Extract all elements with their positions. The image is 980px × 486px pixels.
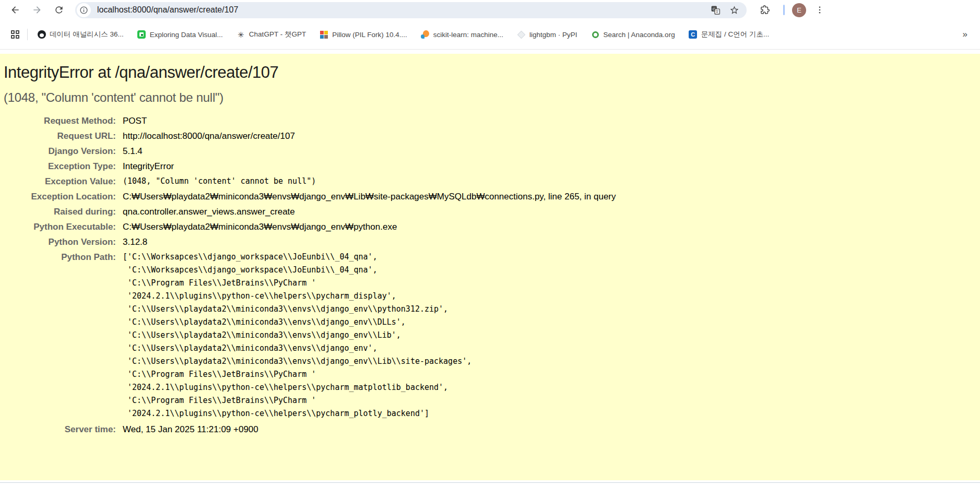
profile-avatar[interactable]: E (792, 3, 806, 17)
meta-label: Raised during: (4, 204, 123, 219)
bookmark-item[interactable]: scikit-learn: machine... (417, 28, 507, 42)
browser-toolbar: localhost:8000/qna/answer/create/107 G 文… (0, 0, 980, 20)
meta-label: Exception Location: (4, 189, 123, 204)
meta-value: http://localhost:8000/qna/answer/create/… (123, 128, 616, 144)
table-row: Request Method: POST (4, 113, 616, 128)
table-row: Python Version: 3.12.8 (4, 234, 616, 250)
meta-label: Python Version: (4, 234, 123, 250)
meta-label: Django Version: (4, 144, 123, 159)
exception-value-headline: (1048, "Column 'content' cannot be null"… (4, 90, 975, 105)
translate-button[interactable]: G 文 (708, 3, 723, 17)
chevron-right-icon: » (963, 29, 967, 39)
profile-separator (783, 5, 785, 15)
bookmark-item[interactable]: Search | Anaconda.org (587, 28, 679, 42)
meta-value: ['C:\\Worksapces\\django_workspace\\JoEu… (123, 250, 616, 422)
meta-value: IntegrityError (123, 159, 616, 174)
bookmark-item[interactable]: ✳ ChatGPT - 챗GPT (232, 27, 310, 42)
table-row: Exception Type: IntegrityError (4, 159, 616, 174)
meta-value: qna.controller.answer_views.answer_creat… (123, 204, 616, 219)
table-row: Python Path: ['C:\\Worksapces\\django_wo… (4, 250, 616, 422)
reload-button[interactable] (51, 2, 67, 18)
table-row: Raised during: qna.controller.answer_vie… (4, 204, 616, 219)
bookmark-this-page-button[interactable] (727, 3, 741, 17)
meta-label: Server time: (4, 422, 123, 437)
lightgbm-icon (517, 30, 526, 39)
meta-label: Exception Value: (4, 174, 123, 189)
meta-value: C:₩Users₩playdata2₩miniconda3₩envs₩djang… (123, 219, 616, 234)
bookmark-item[interactable]: Exploring Data Visual... (133, 28, 227, 42)
meta-label: Exception Type: (4, 159, 123, 174)
site-info-button[interactable] (77, 3, 91, 17)
pillow-icon (320, 30, 328, 39)
bookmarks-bar: 데이터 애널리시스 36... Exploring Data Visual...… (0, 20, 980, 50)
menu-kebab-icon (815, 5, 824, 15)
apps-grid-button[interactable] (7, 27, 23, 42)
meta-label: Python Path: (4, 250, 123, 422)
bookmark-item[interactable]: C 문제집 / C언어 기초... (684, 27, 774, 42)
meta-label: Request URL: (4, 128, 123, 144)
back-icon (10, 5, 20, 15)
table-row: Request URL: http://localhost:8000/qna/a… (4, 128, 616, 144)
bookmark-item[interactable]: Pillow (PIL Fork) 10.4.... (315, 28, 411, 42)
translate-icon: G 文 (711, 5, 721, 15)
chatgpt-icon: ✳ (237, 30, 245, 39)
meta-value: 3.12.8 (123, 234, 616, 250)
error-summary: IntegrityError at /qna/answer/create/107… (0, 54, 980, 480)
extensions-button[interactable] (757, 2, 773, 18)
svg-text:文: 文 (715, 9, 719, 14)
bookmark-star-icon (729, 5, 739, 15)
toolbar-right-cluster: E (754, 2, 827, 18)
table-row: Python Executable: C:₩Users₩playdata2₩mi… (4, 219, 616, 234)
data-visual-icon (137, 30, 146, 39)
page-top-gap (0, 50, 980, 54)
extensions-icon (760, 5, 770, 15)
forward-icon (32, 5, 42, 15)
page-content: IntegrityError at /qna/answer/create/107… (0, 50, 980, 486)
section-divider (0, 482, 980, 483)
apps-grid-icon (11, 30, 19, 39)
bookmark-item[interactable]: 데이터 애널리시스 36... (33, 27, 128, 42)
page-title: IntegrityError at /qna/answer/create/107 (4, 63, 975, 82)
address-bar[interactable]: localhost:8000/qna/answer/create/107 G 文 (75, 2, 747, 18)
meta-value: C:₩Users₩playdata2₩miniconda3₩envs₩djang… (123, 189, 616, 204)
back-button[interactable] (7, 2, 23, 18)
request-meta-table: Request Method: POST Request URL: http:/… (4, 113, 616, 437)
table-row: Django Version: 5.1.4 (4, 144, 616, 159)
bookmark-item[interactable]: lightgbm · PyPI (513, 28, 582, 42)
anaconda-icon (591, 30, 600, 39)
forward-button[interactable] (29, 2, 45, 18)
meta-label: Python Executable: (4, 219, 123, 234)
github-icon (37, 30, 46, 39)
table-row: Exception Location: C:₩Users₩playdata2₩m… (4, 189, 616, 204)
meta-value: POST (123, 113, 616, 128)
meta-value: Wed, 15 Jan 2025 11:21:09 +0900 (123, 422, 616, 437)
table-row: Exception Value: (1048, "Column 'content… (4, 174, 616, 189)
table-row: Server time: Wed, 15 Jan 2025 11:21:09 +… (4, 422, 616, 437)
next-section-edge (0, 482, 980, 483)
browser-menu-button[interactable] (812, 3, 827, 17)
site-info-icon (79, 6, 88, 15)
meta-label: Request Method: (4, 113, 123, 128)
meta-value: (1048, "Column 'content' cannot be null"… (123, 174, 616, 189)
scikit-learn-icon (421, 30, 430, 39)
bookmarks-separator (27, 29, 28, 40)
url-text[interactable]: localhost:8000/qna/answer/create/107 (97, 5, 704, 15)
reload-icon (54, 5, 64, 15)
python-path-value: ['C:\\Worksapces\\django_workspace\\JoEu… (123, 251, 616, 420)
meta-value: 5.1.4 (123, 144, 616, 159)
c-lang-icon: C (689, 30, 698, 39)
bookmarks-overflow-button[interactable]: » (958, 27, 973, 42)
